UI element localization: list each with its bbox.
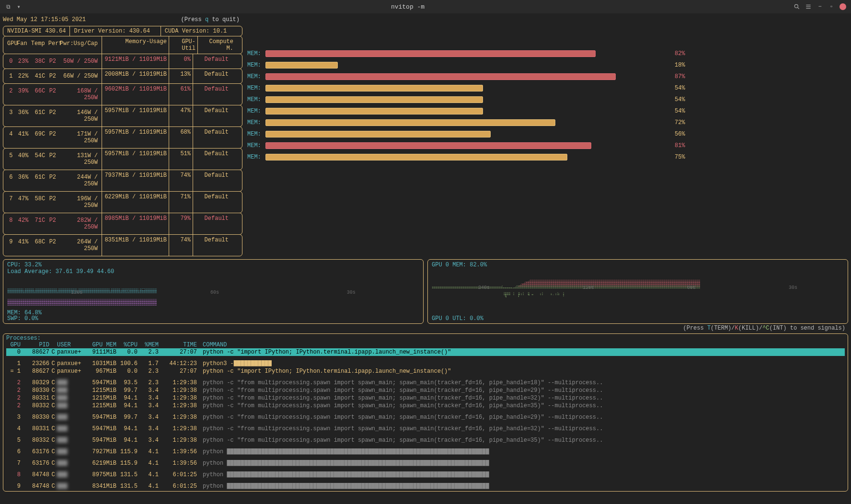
gpu-fan: 42% <box>14 215 30 232</box>
gpu-memory: 5957MiB / 11019MiB <box>102 105 169 126</box>
gpu-index: 5 <box>5 150 14 168</box>
proc-time: 6:01:25 <box>159 471 197 478</box>
gpu-row-9[interactable]: 941%68CP2264W / 250W8351MiB / 11019MiB74… <box>3 234 242 256</box>
gpu-row-1[interactable]: 122%41CP266W / 250W2008MiB / 11019MiB13%… <box>3 69 242 84</box>
gpu-util: 74% <box>169 170 193 191</box>
gpu-row-7[interactable]: 747%58CP2196W / 250W6229MiB / 11019MiB71… <box>3 191 242 213</box>
mem-percent: 81% <box>675 142 685 149</box>
gpu-fan: 47% <box>14 194 30 211</box>
proc-gpu-mem: 7927MiB <box>86 448 116 455</box>
driver-info-box: NVIDIA-SMI 430.64 Driver Version: 430.64… <box>3 26 242 36</box>
process-row[interactable]: 280332C███1215MiB94.13.41:29:38python -c… <box>6 402 845 410</box>
proc-user: panxue+ <box>57 349 86 355</box>
process-row[interactable]: 280329C███5947MiB93.52.31:29:38python -c… <box>6 379 845 387</box>
gpu0-mem: GPU 0 MEM: 82.0% <box>432 262 844 268</box>
gpu-index: 1 <box>5 71 14 81</box>
gpu-index: 6 <box>5 172 14 189</box>
nvidia-smi-version: NVIDIA-SMI 430.64 <box>3 26 70 36</box>
gpu-row-3[interactable]: 336%61CP2146W / 250W5957MiB / 11019MiB47… <box>3 105 242 127</box>
proc-user: ███ <box>57 471 86 478</box>
proc-time: 1:29:38 <box>159 425 197 432</box>
dropdown-icon[interactable]: ▾ <box>15 3 22 10</box>
proc-mem-pct: 3.4 <box>138 414 159 421</box>
gpu-compute-mode: Default <box>193 149 232 170</box>
terminal-icon[interactable]: ⧉ <box>5 3 12 10</box>
proc-time: 1:29:38 <box>159 395 197 401</box>
gpu-row-6[interactable]: 636%61CP2244W / 250W7937MiB / 11019MiB74… <box>3 170 242 192</box>
proc-cpu-pct: 94.1 <box>116 402 138 409</box>
proc-type: C <box>49 402 57 409</box>
mem-bar-7: MEM:56% <box>247 128 848 140</box>
mem-label: MEM: <box>247 131 262 137</box>
process-row[interactable]: 480331C███5947MiB94.13.41:29:38python -c… <box>6 425 845 433</box>
proc-user: ███ <box>57 448 86 455</box>
process-row[interactable]: 984748C███8341MiB131.54.16:01:25python █… <box>6 482 845 490</box>
gpu-index: 8 <box>5 215 14 232</box>
gpu-compute-mode: Default <box>193 235 232 256</box>
gpu-index: 9 <box>5 237 14 254</box>
maximize-icon[interactable]: ▫ <box>828 3 835 10</box>
gpu-memory: 6229MiB / 11019MiB <box>102 192 169 213</box>
gpu-util: 74% <box>169 235 193 256</box>
proc-user: ███ <box>57 483 86 490</box>
gpu-temp: 41C <box>30 71 47 81</box>
gpu-compute-mode: Default <box>193 84 232 105</box>
mem-label: MEM: <box>247 142 262 149</box>
proc-time: 27:07 <box>159 368 197 375</box>
mem-bar-5: MEM:54% <box>247 105 848 117</box>
gpu-power: 131W / 250W <box>58 150 100 168</box>
gpu-perf: P2 <box>47 56 58 67</box>
proc-command: python -c "from multiprocessing.spawn im… <box>197 402 845 409</box>
proc-command: python -c "from multiprocessing.spawn im… <box>197 395 845 401</box>
proc-user: ███ <box>57 460 86 467</box>
mem-bar-8: MEM:81% <box>247 140 848 151</box>
process-row[interactable]: 663176C███7927MiB115.94.11:39:56python █… <box>6 448 845 456</box>
proc-gpu: 1 <box>6 360 21 367</box>
process-row[interactable]: 123266Cpanxue+1031MiB100.61.744:12:23pyt… <box>6 360 845 367</box>
timestamp: Wed May 12 17:15:05 2021 <box>3 16 86 23</box>
gpu-fan: 40% <box>14 150 30 168</box>
menu-icon[interactable] <box>805 3 812 10</box>
proc-user: ███ <box>57 437 86 444</box>
gpu-temp: 71C <box>30 215 47 232</box>
process-row[interactable]: = 188627Cpanxue+967MiB0.02.327:07python … <box>6 367 845 375</box>
close-icon[interactable] <box>840 3 846 10</box>
proc-time: 1:39:56 <box>159 460 197 467</box>
gpu-row-0[interactable]: 023%38CP250W / 250W9121MiB / 11019MiB0%D… <box>3 54 242 69</box>
gpu-row-4[interactable]: 441%69CP2171W / 250W5957MiB / 11019MiB68… <box>3 126 242 149</box>
quit-hint: (Press q to quit) <box>181 16 240 23</box>
mem-label: MEM: <box>247 108 262 115</box>
proc-user: ███ <box>57 395 86 401</box>
proc-time: 1:39:56 <box>159 448 197 455</box>
proc-command: python █████████████████████████████████… <box>197 483 845 490</box>
proc-command: python -c "import IPython; IPython.termi… <box>197 368 845 375</box>
proc-mem-pct: 4.1 <box>138 483 159 490</box>
proc-gpu: 6 <box>6 448 21 455</box>
gpu-power: 244W / 250W <box>58 172 100 189</box>
proc-command: python █████████████████████████████████… <box>197 471 845 478</box>
process-row[interactable]: 763176C███6219MiB115.94.11:39:56python █… <box>6 459 845 467</box>
proc-command: python -c "from multiprocessing.spawn im… <box>197 425 845 432</box>
process-section: Processes: GPU PID USER GPU MEM %CPU %ME… <box>3 333 848 492</box>
gpu-row-5[interactable]: 540%54CP2131W / 250W5957MiB / 11019MiB51… <box>3 148 242 170</box>
gpu0-utl: GPU 0 UTL: 0.0% <box>432 315 483 322</box>
search-icon[interactable] <box>794 3 800 10</box>
process-row[interactable]: 280331C███1215MiB94.13.41:29:38python -c… <box>6 394 845 402</box>
proc-gpu: 2 <box>6 402 21 409</box>
proc-gpu-mem: 5947MiB <box>86 414 116 421</box>
proc-time: 6:01:25 <box>159 483 197 490</box>
process-row[interactable]: 088627Cpanxue+9111MiB0.02.327:07python -… <box>6 348 845 356</box>
process-row[interactable]: 884748C███8975MiB131.54.16:01:25python █… <box>6 471 845 479</box>
process-row[interactable]: 280330C███1215MiB99.73.41:29:38python -c… <box>6 387 845 394</box>
proc-cpu-pct: 115.9 <box>116 460 138 467</box>
proc-mem-pct: 3.4 <box>138 425 159 432</box>
gpu-row-2[interactable]: 239%66CP2168W / 250W9602MiB / 11019MiB61… <box>3 83 242 105</box>
proc-mem-pct: 2.3 <box>138 379 159 386</box>
gpu-util: 79% <box>169 213 193 234</box>
proc-cpu-pct: 94.1 <box>116 425 138 432</box>
gpu-row-8[interactable]: 842%71CP2282W / 250W8985MiB / 11019MiB79… <box>3 213 242 235</box>
minimize-icon[interactable]: − <box>816 3 823 10</box>
process-row[interactable]: 580332C███5947MiB94.13.41:29:38python -c… <box>6 436 845 444</box>
process-row[interactable]: 380330C███5947MiB99.73.41:29:38python -c… <box>6 413 845 421</box>
gpu-power: 171W / 250W <box>58 129 100 146</box>
